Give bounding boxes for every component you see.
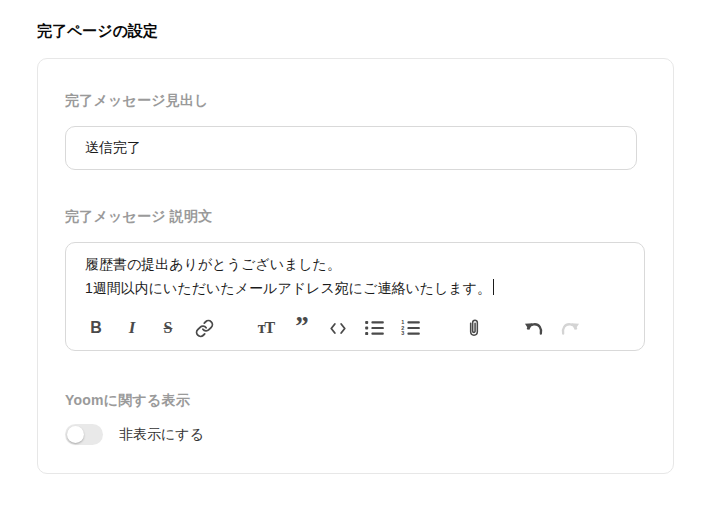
hide-yoom-toggle-label: 非表示にする <box>119 426 204 444</box>
completion-heading-input[interactable] <box>65 126 637 170</box>
page-title: 完了ページの設定 <box>37 22 702 41</box>
yoom-section-label: Yoomに関する表示 <box>65 392 646 410</box>
svg-text:3: 3 <box>401 330 404 336</box>
editor-line-1: 履歴書の提出ありがとうございました。 <box>85 252 625 276</box>
heading-icon: тT <box>258 319 275 337</box>
heading-button[interactable]: тT <box>255 315 277 341</box>
editor-line-2: 1週間以内にいただいたメールアドレス宛にご連絡いたします。 <box>85 276 625 300</box>
redo-icon <box>560 320 580 336</box>
undo-button[interactable] <box>523 315 545 341</box>
completion-page-settings-card: 完了メッセージ見出し 完了メッセージ 説明文 履歴書の提出ありがとうございました… <box>37 58 674 474</box>
numbered-list-icon: 1 2 3 <box>401 320 420 336</box>
editor-content[interactable]: 履歴書の提出ありがとうございました。 1週間以内にいただいたメールアドレス宛にご… <box>66 243 644 300</box>
code-icon <box>329 321 347 336</box>
hide-yoom-row: 非表示にする <box>65 424 646 445</box>
bold-button[interactable]: B <box>85 315 107 341</box>
toggle-knob <box>67 426 84 443</box>
editor-toolbar: B I S тT ” <box>85 315 632 341</box>
strikethrough-button[interactable]: S <box>157 315 179 341</box>
undo-icon <box>524 320 544 336</box>
quote-icon: ” <box>295 321 309 335</box>
bullet-list-button[interactable] <box>363 315 385 341</box>
numbered-list-button[interactable]: 1 2 3 <box>399 315 421 341</box>
attachment-icon <box>466 318 482 339</box>
redo-button[interactable] <box>559 315 581 341</box>
link-button[interactable] <box>193 315 215 341</box>
description-editor: 履歴書の提出ありがとうございました。 1週間以内にいただいたメールアドレス宛にご… <box>65 242 645 351</box>
bold-icon: B <box>90 319 102 337</box>
text-cursor <box>493 279 494 295</box>
link-icon <box>195 319 214 338</box>
strikethrough-icon: S <box>164 319 173 337</box>
heading-field-label: 完了メッセージ見出し <box>65 92 646 110</box>
quote-button[interactable]: ” <box>291 315 313 341</box>
attachment-button[interactable] <box>463 315 485 341</box>
description-field-label: 完了メッセージ 説明文 <box>65 208 646 226</box>
italic-button[interactable]: I <box>121 315 143 341</box>
italic-icon: I <box>129 318 136 338</box>
hide-yoom-toggle[interactable] <box>65 424 103 445</box>
code-button[interactable] <box>327 315 349 341</box>
bullet-list-icon <box>365 320 384 336</box>
